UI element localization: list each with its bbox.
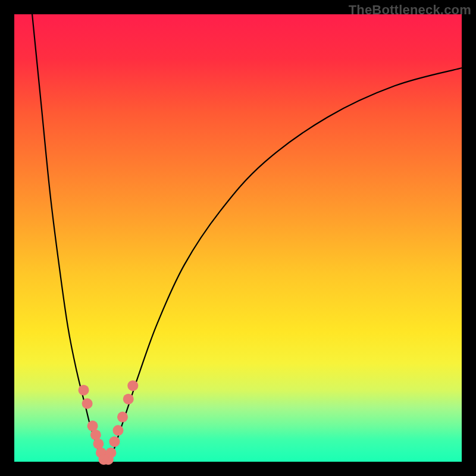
data-marker <box>109 436 120 447</box>
data-marker <box>117 412 128 422</box>
chart-plot-area <box>14 14 462 462</box>
data-marker <box>79 385 89 396</box>
data-marker <box>82 398 93 409</box>
curve-right <box>108 68 462 462</box>
marker-group <box>79 380 139 465</box>
data-marker <box>112 425 123 436</box>
data-marker <box>127 380 138 391</box>
watermark-text: TheBottleneck.com <box>349 2 471 18</box>
curve-left <box>32 14 104 462</box>
data-marker <box>105 447 116 458</box>
curve-layer <box>14 14 462 462</box>
data-marker <box>123 394 134 405</box>
